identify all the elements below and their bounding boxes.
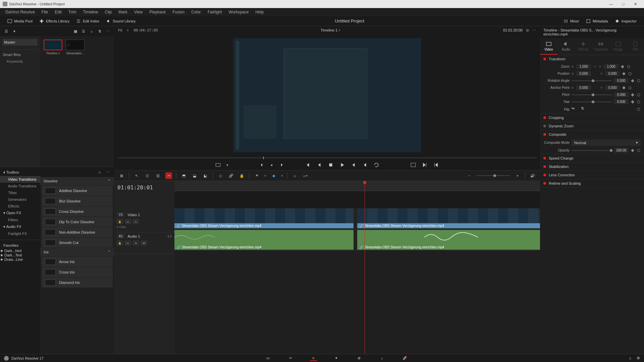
selection-tool-icon[interactable]: ↖ [133, 172, 140, 179]
pos-x-input[interactable]: 0.000 [576, 71, 591, 76]
opacity-slider[interactable] [572, 150, 612, 151]
reset-icon[interactable] [637, 100, 641, 104]
dynamic-trim-icon[interactable]: ⟨|⟩ [155, 172, 161, 179]
reset-icon[interactable] [627, 65, 631, 69]
bin-list-icon[interactable]: ☰ [3, 28, 9, 34]
menu-mark[interactable]: Mark [116, 9, 130, 15]
thumbnail-view-icon[interactable]: ▦ [72, 28, 78, 34]
fx-blur-dissolve[interactable]: Blur Dissolve [42, 196, 113, 206]
fit-menu[interactable]: Fit [118, 28, 122, 32]
go-end-icon[interactable] [422, 162, 428, 168]
search-icon[interactable]: ⌕ [89, 28, 95, 34]
opacity-input[interactable]: 100.00 [614, 148, 629, 153]
playhead[interactable] [365, 181, 365, 354]
fx-additive-dissolve[interactable]: Additive Dissolve [42, 186, 113, 196]
timeline-timecode[interactable]: 01:01:20:01 [114, 181, 174, 194]
home-icon[interactable]: ⌂ [629, 356, 631, 360]
sound-library-toggle[interactable]: Sound Library [103, 17, 139, 25]
fav-item-1[interactable]: ★ Dark...hird [0, 249, 40, 253]
fx-video-transitions[interactable]: Video Transitions [0, 176, 40, 183]
zoom-y-input[interactable]: 1.000 [604, 64, 619, 69]
keywords-bin[interactable]: Keywords [3, 59, 38, 63]
blade-tool-icon[interactable]: ✂ [165, 172, 172, 179]
viewer-scrubber[interactable] [114, 156, 540, 160]
anchor-x-input[interactable]: 0.000 [576, 85, 591, 90]
menu-davinci[interactable]: DaVinci Resolve [3, 9, 38, 15]
list-view-icon[interactable]: ☰ [80, 28, 87, 34]
next-frame-icon[interactable] [351, 162, 357, 168]
a1-solo-button[interactable]: S [133, 241, 139, 245]
stop-icon[interactable] [328, 162, 334, 168]
keyframe-icon[interactable] [631, 100, 635, 104]
viewer-options-icon[interactable]: ⋯ [532, 28, 536, 33]
fx-non-additive[interactable]: Non-Additive Dissolve [42, 227, 113, 237]
a1-auto-select-icon[interactable]: ▭ [125, 241, 131, 245]
menu-fairlight[interactable]: Fairlight [205, 9, 225, 15]
yaw-slider[interactable] [572, 102, 612, 102]
master-bin[interactable]: Master [3, 39, 38, 46]
reset-icon[interactable] [637, 148, 641, 153]
video-track-1[interactable]: 🔗Streamlabs OBS Stream Verzögerung einri… [174, 208, 540, 229]
insert-icon[interactable]: ⬒ [180, 172, 187, 179]
menu-clip[interactable]: Clip [102, 9, 114, 15]
flag-icon[interactable]: ⚑ [254, 172, 260, 179]
zoom-x-input[interactable]: 1.000 [576, 64, 591, 69]
options-icon[interactable]: ⋯ [105, 28, 111, 34]
timeline-name[interactable]: Timeline 1 [321, 28, 337, 32]
cut-page-icon[interactable]: ✂ [287, 356, 294, 361]
rotation-slider[interactable] [572, 80, 612, 81]
overwrite-icon[interactable]: ⬓ [191, 172, 198, 179]
fx-generators[interactable]: Generators [0, 196, 40, 203]
viewer-mode-icon[interactable]: ⊙ [526, 28, 529, 33]
inspector-tab-video[interactable]: Video [540, 38, 557, 55]
menu-file[interactable]: File [39, 9, 51, 15]
metadata-toggle[interactable]: Metadata [583, 17, 611, 25]
fx-options-icon[interactable]: ⋯ [105, 169, 111, 175]
menu-help[interactable]: Help [253, 9, 266, 15]
reset-icon[interactable] [628, 86, 632, 90]
a1-badge[interactable]: A1 [117, 234, 125, 239]
first-frame-icon[interactable] [305, 162, 311, 168]
inspector-tab-effects[interactable]: Effects [575, 38, 592, 55]
match-frame-icon[interactable] [215, 162, 221, 168]
video-clip-1[interactable]: 🔗Streamlabs OBS Stream Verzögerung einri… [174, 208, 354, 228]
a1-mute-button[interactable]: M [141, 241, 147, 245]
zoom-slider[interactable] [477, 175, 510, 176]
flip-v-button[interactable]: ⇅ [581, 106, 588, 112]
menu-timeline[interactable]: Timeline [80, 9, 101, 15]
a1-lock-icon[interactable]: 🔒 [117, 241, 123, 245]
detail-zoom-icon[interactable]: ⌕+ [302, 172, 309, 179]
marker-dot-icon[interactable]: ● [271, 163, 273, 167]
stabilization-header[interactable]: Stabilization [540, 163, 644, 171]
chevron-down-icon[interactable]: ▾ [226, 163, 228, 167]
keyframe-icon[interactable] [622, 86, 626, 90]
loop-icon[interactable] [373, 162, 379, 168]
viewer-canvas[interactable] [114, 34, 540, 156]
fusion-page-icon[interactable]: ✦ [333, 356, 340, 361]
fx-toolbox[interactable]: ▾ Toolbox [0, 169, 40, 176]
inspector-tab-transition[interactable]: Transition [592, 38, 609, 55]
fx-cross-dissolve[interactable]: Cross Dissolve [42, 206, 113, 217]
marker-icon[interactable]: ◆ [270, 172, 277, 179]
edit-page-icon[interactable]: ≡ [310, 356, 317, 361]
single-viewer-icon[interactable] [410, 162, 416, 168]
speed-change-header[interactable]: Speed Change [540, 154, 644, 162]
zoom-to-fit-icon[interactable]: ⌕ [291, 172, 298, 179]
menu-view[interactable]: View [131, 9, 146, 15]
flip-h-button[interactable]: ⇋ [572, 106, 579, 112]
reset-icon[interactable] [628, 72, 632, 76]
trim-tool-icon[interactable]: ⟨⟩ [144, 172, 151, 179]
menu-workspace[interactable]: Workspace [226, 9, 252, 15]
menu-playback[interactable]: Playback [147, 9, 168, 15]
menu-fusion[interactable]: Fusion [170, 9, 187, 15]
composite-header[interactable]: Composite [540, 130, 644, 138]
dynamic-zoom-header[interactable]: Dynamic Zoom [540, 122, 644, 130]
fx-effects[interactable]: Effects [0, 203, 40, 209]
chevron-down-icon[interactable]: ▾ [11, 28, 17, 34]
fx-arrow-iris[interactable]: Arrow Iris [42, 257, 113, 267]
pitch-input[interactable]: 0.000 [614, 92, 629, 97]
fx-titles[interactable]: Titles [0, 189, 40, 196]
retime-scaling-header[interactable]: Retime and Scaling [540, 179, 644, 187]
timeline-ruler[interactable] [174, 181, 540, 191]
lens-correction-header[interactable]: Lens Correction [540, 171, 644, 179]
